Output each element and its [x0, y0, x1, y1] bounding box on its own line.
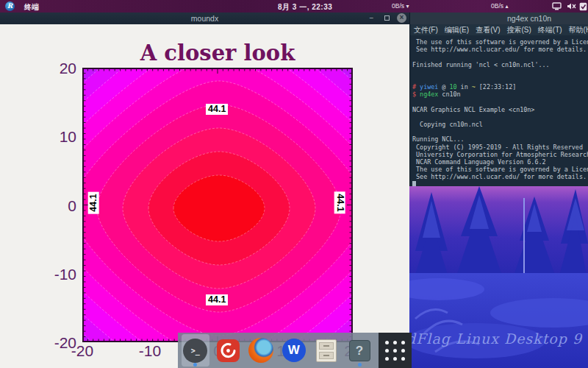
menu-item[interactable]: 帮助(H)	[569, 25, 588, 35]
menu-item[interactable]: 文件(F)	[414, 25, 438, 35]
unknown-app-icon: ?	[349, 340, 370, 361]
y-tick-label: 20	[43, 60, 76, 77]
volume-muted-icon[interactable]	[567, 2, 577, 10]
file-manager-icon	[316, 339, 337, 362]
terminal-line: NCAR Graphics NCL Example <cn10n>	[412, 106, 588, 113]
dock-item-app-grid[interactable]	[379, 333, 412, 368]
contour-label: 44.1	[206, 294, 228, 305]
close-button[interactable]: ×	[397, 13, 406, 23]
input-method-icon[interactable]	[579, 2, 587, 11]
terminal-line: The use of this software is governed by …	[412, 38, 588, 46]
running-indicator-dot	[358, 363, 362, 367]
terminal-line	[412, 99, 588, 106]
menu-item[interactable]: 查看(V)	[476, 25, 500, 35]
active-app-label[interactable]: 终端	[24, 2, 39, 13]
y-tick-label: 10	[43, 128, 76, 146]
network-download-indicator: 0B/s ▾	[392, 2, 409, 10]
terminal-titlebar[interactable]: ng4ex cn10n	[410, 13, 588, 24]
terminal-line	[412, 181, 588, 186]
moundx-window-title: moundx	[0, 14, 409, 23]
terminal-cursor	[412, 181, 416, 186]
terminal-line: Finished running 'ncl < cn10n.ncl'...	[412, 61, 588, 68]
menu-item[interactable]: 编辑(E)	[445, 25, 469, 35]
menu-item[interactable]: 搜索(S)	[506, 25, 531, 35]
y-tick-label: 0	[43, 197, 76, 215]
contour-plot: 44.144.144.144.1	[82, 68, 353, 342]
download-arrow-icon: ▾	[406, 3, 409, 10]
terminal-line: See http://www.ncl.ucar.edu/ for more de…	[412, 173, 588, 180]
upload-arrow-icon: ▴	[505, 3, 508, 10]
restore-icon	[384, 15, 390, 21]
dock-item-unknown-app[interactable]: ?	[345, 334, 373, 367]
contour-label: 44.1	[206, 104, 228, 115]
terminal-line: $ ng4ex cn10n	[412, 91, 588, 98]
terminal-line	[412, 53, 588, 60]
x-tick-label: -10	[135, 342, 165, 360]
contour-label: 44.1	[334, 191, 345, 213]
terminal-menubar: 文件(F)编辑(E)查看(V)搜索(S)终端(T)帮助(H)	[410, 24, 588, 35]
dock-item-firefox[interactable]	[247, 334, 275, 367]
top-panel: R 终端 8月 3 一, 22:33 0B/s ▾ 0B/s ▴	[0, 0, 588, 13]
dock: >_ W ?	[178, 333, 412, 368]
menu-item[interactable]: 终端(T)	[538, 25, 562, 35]
terminal-icon: >_	[183, 339, 207, 363]
firefox-icon	[248, 338, 273, 363]
minimize-button[interactable]: −	[367, 14, 376, 23]
wps-writer-icon: W	[282, 339, 306, 362]
terminal-window-title: ng4ex cn10n	[507, 14, 551, 23]
terminal-content[interactable]: The use of this software is governed by …	[410, 35, 588, 186]
running-indicator-dot	[193, 363, 197, 367]
terminal-line: NCAR Command Language Version 6.6.2	[412, 158, 588, 166]
terminal-line	[412, 113, 588, 121]
netease-music-icon	[217, 339, 240, 362]
redflag-logo-icon[interactable]: R	[5, 1, 15, 11]
plot-title: A closer look	[82, 40, 353, 66]
app-grid-icon	[385, 341, 405, 361]
terminal-line: University Corporation for Atmospheric R…	[412, 151, 588, 158]
dock-item-file-manager[interactable]	[313, 334, 341, 367]
y-tick-label: -10	[43, 266, 76, 283]
contour-label: 44.1	[87, 191, 98, 213]
dock-item-netease-music[interactable]	[215, 334, 243, 367]
terminal-line	[412, 68, 588, 76]
terminal-window: ng4ex cn10n 文件(F)编辑(E)查看(V)搜索(S)终端(T)帮助(…	[409, 13, 588, 186]
wallpaper-watermark: RedFlag Linux Desktop 9	[386, 330, 582, 347]
y-tick-label: -20	[43, 334, 76, 352]
terminal-line: Running NCL...	[412, 135, 588, 143]
terminal-line	[412, 76, 588, 83]
terminal-line: # yiwei @ 10 in ~ [22:33:12]	[412, 83, 588, 91]
network-upload-indicator: 0B/s ▴	[491, 2, 508, 10]
terminal-line: Copyright (C) 1995-2019 - All Rights Res…	[412, 144, 588, 151]
moundx-titlebar[interactable]: moundx − ×	[0, 13, 409, 24]
terminal-line: Copying cn10n.ncl	[412, 121, 588, 128]
clock-label[interactable]: 8月 3 一, 22:33	[278, 2, 332, 13]
dock-item-wps-writer[interactable]: W	[280, 334, 308, 367]
moundx-window: moundx − × A closer look 44.144.144.144.…	[0, 13, 409, 368]
display-icon[interactable]	[552, 2, 562, 10]
desktop-wallpaper: RedFlag Linux Desktop 9	[409, 186, 588, 368]
dock-item-terminal[interactable]: >_	[182, 334, 209, 367]
terminal-line: See http://www.ncl.ucar.edu/ for more de…	[412, 46, 588, 53]
terminal-line: The use of this software is governed by …	[412, 166, 588, 173]
restore-button[interactable]	[382, 14, 392, 23]
terminal-line	[412, 128, 588, 135]
